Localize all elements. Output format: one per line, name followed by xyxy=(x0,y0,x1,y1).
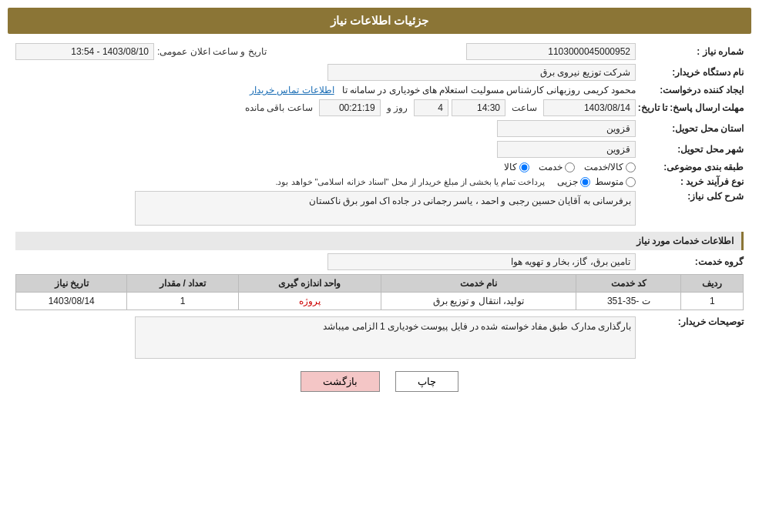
announce-value: 1403/08/10 - 13:54 xyxy=(15,43,154,60)
cell-date: 1403/08/14 xyxy=(16,293,127,310)
services-section-title: اطلاعات خدمات مورد نیاز xyxy=(15,232,744,250)
process-option-medium[interactable]: متوسط xyxy=(595,176,636,187)
page-header: جزئیات اطلاعات نیاز xyxy=(8,8,751,34)
description-label: شرح کلی نیاز: xyxy=(636,191,744,202)
creator-link[interactable]: اطلاعات تماس خریدار xyxy=(250,85,334,95)
category-option-2[interactable]: خدمت xyxy=(539,162,575,172)
print-button[interactable]: چاپ xyxy=(395,371,458,392)
category-label: طبقه بندی موضوعی: xyxy=(636,162,744,172)
table-row: 1 ت -35-351 تولید، انتقال و توزیع برق پر… xyxy=(16,293,744,310)
deadline-days: 4 xyxy=(414,99,448,116)
buyer-notes-label: توصیحات خریدار: xyxy=(636,316,744,327)
col-qty: تعداد / مقدار xyxy=(127,275,238,293)
cell-qty: 1 xyxy=(127,293,238,310)
creator-value: محمود کریمی روزبهانی کارشناس مسولیت استع… xyxy=(342,85,636,95)
days-label: روز و xyxy=(387,102,408,113)
cell-row: 1 xyxy=(681,293,744,310)
cell-unit: پروژه xyxy=(238,293,381,310)
order-number-value: 1103000045000952 xyxy=(466,43,636,60)
page-title: جزئیات اطلاعات نیاز xyxy=(331,14,428,27)
province-label: استان محل تحویل: xyxy=(636,123,744,134)
process-row: نوع فرآیند خرید : متوسط جزیی پرداخت تمام… xyxy=(15,176,744,187)
description-value: برفرسانی به آقایان حسین رجبی و احمد ، یا… xyxy=(135,191,636,226)
col-unit: واحد اندازه گیری xyxy=(238,275,381,293)
time-label: ساعت xyxy=(512,102,537,113)
buyer-org-row: نام دستگاه خریدار: شرکت توزیع نیروی برق xyxy=(15,64,744,81)
process-option-partial[interactable]: جزیی xyxy=(557,176,590,187)
service-group-value: تامین برق، گاز، بخار و تهویه هوا xyxy=(327,253,636,270)
description-row: شرح کلی نیاز: برفرسانی به آقایان حسین رج… xyxy=(15,191,744,226)
city-label: شهر محل تحویل: xyxy=(636,144,744,155)
action-buttons: چاپ بازگشت xyxy=(15,371,744,392)
service-group-label: گروه خدمت: xyxy=(636,256,744,267)
category-option-1[interactable]: کالا/خدمت xyxy=(584,162,636,172)
deadline-remaining: 00:21:19 xyxy=(319,99,381,116)
remaining-label: ساعت باقی مانده xyxy=(245,102,313,113)
province-row: استان محل تحویل: قزوین xyxy=(15,120,744,137)
buyer-notes-value: بارگذاری مدارک طبق مفاد خواسته شده در فا… xyxy=(135,316,636,359)
cell-name: تولید، انتقال و توزیع برق xyxy=(381,293,576,310)
category-option-3[interactable]: کالا xyxy=(504,162,529,172)
col-row: ردیف xyxy=(681,275,744,293)
deadline-label: مهلت ارسال پاسخ: تا تاریخ: xyxy=(636,102,744,113)
order-number-label: شماره نیاز : xyxy=(636,46,744,57)
service-group-row: گروه خدمت: تامین برق، گاز، بخار و تهویه … xyxy=(15,253,744,270)
process-note: پرداخت تمام یا بخشی از مبلغ خریدار از مح… xyxy=(275,177,545,187)
col-name: نام خدمت xyxy=(381,275,576,293)
creator-row: ایجاد کننده درخواست: محمود کریمی روزبهان… xyxy=(15,85,744,95)
deadline-time: 14:30 xyxy=(452,99,505,116)
process-label: نوع فرآیند خرید : xyxy=(636,176,744,187)
buyer-org-value: شرکت توزیع نیروی برق xyxy=(327,64,636,81)
col-code: کد خدمت xyxy=(576,275,681,293)
deadline-row: مهلت ارسال پاسخ: تا تاریخ: 1403/08/14 سا… xyxy=(15,99,744,116)
creator-label: ایجاد کننده درخواست: xyxy=(636,85,744,95)
announce-label: تاریخ و ساعت اعلان عمومی: xyxy=(157,46,267,57)
city-row: شهر محل تحویل: قزوین xyxy=(15,141,744,158)
order-number-row: شماره نیاز : 1103000045000952 تاریخ و سا… xyxy=(15,43,744,60)
buyer-notes-row: توصیحات خریدار: بارگذاری مدارک طبق مفاد … xyxy=(15,316,744,359)
services-table: ردیف کد خدمت نام خدمت واحد اندازه گیری ت… xyxy=(15,274,744,310)
city-value: قزوین xyxy=(497,141,636,158)
back-button[interactable]: بازگشت xyxy=(301,371,380,392)
cell-code: ت -35-351 xyxy=(576,293,681,310)
buyer-org-label: نام دستگاه خریدار: xyxy=(636,67,744,78)
category-row: طبقه بندی موضوعی: کالا/خدمت خدمت کالا xyxy=(15,162,744,172)
deadline-date: 1403/08/14 xyxy=(543,99,636,116)
province-value: قزوین xyxy=(497,120,636,137)
col-date: تاریخ نیاز xyxy=(16,275,127,293)
